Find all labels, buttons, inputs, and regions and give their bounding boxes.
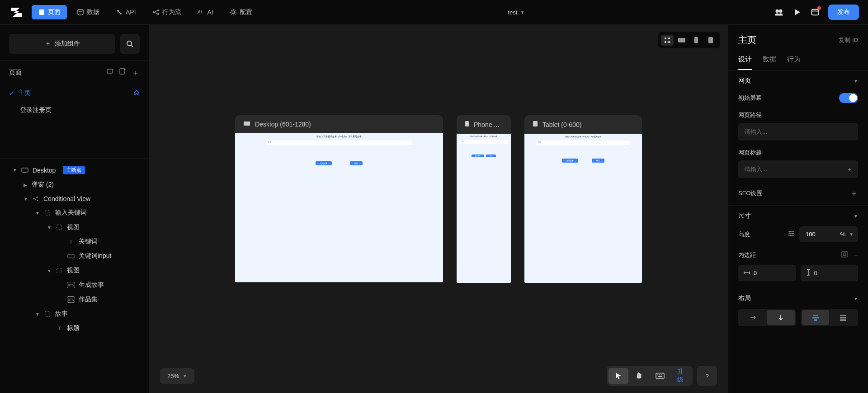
phone-view-button[interactable]: [690, 35, 703, 46]
svg-rect-19: [45, 211, 50, 215]
collaborators-icon[interactable]: [774, 7, 784, 17]
upgrade-label: 升级: [677, 368, 684, 384]
pages-section-header: 页面 ＋: [0, 61, 149, 84]
caret-icon: ▼: [35, 312, 40, 317]
nav-api[interactable]: API: [109, 5, 142, 19]
layout-align-stretch[interactable]: [829, 310, 857, 325]
hand-tool[interactable]: [629, 368, 649, 384]
frame-tablet[interactable]: Tablet (0-600) 请输入节奏背后故事（AI会为）节目重写故事 必须 …: [524, 115, 642, 283]
layout-section-header[interactable]: 布局 ▼: [738, 295, 858, 303]
svg-rect-33: [533, 121, 538, 126]
api-icon: [116, 9, 123, 16]
nav-label: API: [126, 9, 136, 16]
tab-data[interactable]: 数据: [763, 55, 776, 70]
size-section-header[interactable]: 尺寸 ▼: [738, 212, 858, 220]
padding-horizontal-input[interactable]: 0: [738, 265, 796, 281]
tab-design[interactable]: 设计: [738, 55, 752, 70]
frame-body[interactable]: 请输入节奏背后故事（AI会为）节目重写故事 必须 生成故事 确认: [235, 133, 443, 282]
nav-data[interactable]: 数据: [71, 5, 106, 19]
chevron-down-icon[interactable]: ▼: [849, 232, 858, 237]
plus-icon[interactable]: ＋: [132, 67, 140, 78]
project-selector[interactable]: test ▼: [262, 9, 770, 16]
tree-item-input-keyword[interactable]: ▼ 输入关键词: [4, 206, 145, 220]
help-button[interactable]: ?: [697, 366, 717, 386]
pad-value: 0: [754, 270, 757, 276]
mini-title: 请输入节奏背后故事（AI会为）节目重写故事: [565, 136, 601, 138]
seo-add-button[interactable]: ＋: [850, 188, 858, 199]
page-item-login[interactable]: 登录注册页: [4, 102, 145, 119]
tree-item-story[interactable]: ▼ 故事: [4, 307, 145, 321]
container-icon: [55, 267, 63, 274]
text-icon: T: [55, 325, 63, 332]
tree-item-works[interactable]: BTN 作品集: [4, 292, 145, 307]
desktop-view-button[interactable]: [675, 35, 688, 46]
frame-header[interactable]: Tablet (0-600): [524, 115, 642, 134]
caret-icon: ▼: [13, 168, 17, 173]
app-logo[interactable]: [9, 5, 24, 19]
layout-direction-right[interactable]: [740, 310, 767, 325]
height-input[interactable]: % ▼: [799, 226, 858, 242]
tab-behavior[interactable]: 行为: [787, 55, 801, 70]
container-icon: [55, 224, 63, 230]
path-input[interactable]: [738, 123, 858, 140]
tree-item-title[interactable]: T 标题: [4, 321, 145, 336]
frame-phone[interactable]: Phone ... 请输入节奏背后故事（AI会为）节目重写故事 必须 生成故事 …: [457, 115, 511, 283]
tree-item-keyword[interactable]: T 关键词: [4, 234, 145, 249]
copy-id-button[interactable]: 复制 ID: [839, 36, 858, 44]
web-section-header[interactable]: 网页 ▼: [738, 77, 858, 85]
nav-pages[interactable]: 页面: [32, 5, 67, 19]
zoom-selector[interactable]: 25% ▼: [160, 368, 194, 384]
folder-icon[interactable]: [106, 67, 113, 78]
nav-config[interactable]: 配置: [223, 5, 259, 19]
page-item-home[interactable]: ✓ 主页: [4, 84, 145, 102]
publish-button[interactable]: 发布: [828, 5, 859, 20]
tree-label: 关键词: [79, 238, 98, 246]
svg-rect-35: [657, 374, 658, 375]
svg-point-8: [232, 11, 235, 14]
canvas[interactable]: Desktop (601-1280) 请输入节奏背后故事（AI会为）节目重写故事…: [149, 25, 728, 393]
database-icon: [77, 9, 84, 16]
tree-item-keyword-input[interactable]: 关键词input: [4, 249, 145, 263]
upgrade-button[interactable]: 升级: [671, 368, 691, 384]
cursor-tool[interactable]: [609, 368, 628, 384]
initial-screen-toggle[interactable]: [839, 93, 858, 103]
frame-body[interactable]: 请输入节奏背后故事（AI会为）节目重写故事 必须 生成故事 确认: [457, 134, 511, 283]
svg-point-26: [665, 41, 666, 43]
grid-view-button[interactable]: [661, 35, 674, 46]
tablet-view-button[interactable]: [704, 35, 717, 46]
nav-flow[interactable]: 行为流: [146, 5, 188, 19]
frame-desktop[interactable]: Desktop (601-1280) 请输入节奏背后故事（AI会为）节目重写故事…: [235, 115, 443, 282]
notifications-icon[interactable]: [810, 7, 820, 17]
tree-item-conditional[interactable]: ▼ Conditional View: [4, 192, 145, 206]
tree-item-view2[interactable]: ▼ 视图: [4, 263, 145, 278]
tree-item-desktop[interactable]: ▼ Desktop 主断点: [4, 163, 145, 178]
frame-body[interactable]: 请输入节奏背后故事（AI会为）节目重写故事 必须 生成故事 确认: [524, 134, 642, 283]
preview-icon[interactable]: [792, 7, 802, 17]
plus-icon[interactable]: ＋: [847, 165, 853, 173]
sliders-icon[interactable]: [788, 230, 795, 239]
layout-align-center[interactable]: [802, 310, 830, 325]
layout-direction-down[interactable]: [767, 310, 795, 325]
frame-header[interactable]: Desktop (601-1280): [235, 115, 443, 133]
add-widget-button[interactable]: ＋ 添加组件: [9, 34, 115, 54]
unit-label: %: [840, 231, 849, 238]
svg-rect-14: [120, 69, 124, 74]
tree-item-view1[interactable]: ▼ 视图: [4, 220, 145, 234]
keyboard-tool[interactable]: [650, 368, 670, 384]
mini-input: 必须: [459, 140, 508, 144]
phone-icon: [465, 121, 469, 128]
new-page-icon[interactable]: [119, 67, 126, 78]
height-value[interactable]: [799, 231, 822, 238]
tree-item-gen-story[interactable]: BTN 生成故事: [4, 278, 145, 292]
padding-separate-icon[interactable]: [841, 251, 848, 259]
mini-title: 请输入节奏背后故事（AI会为）节目重写故事: [470, 136, 497, 137]
title-input[interactable]: [738, 160, 858, 178]
frame-header[interactable]: Phone ...: [457, 115, 511, 134]
padding-minus-icon[interactable]: −: [854, 251, 858, 259]
check-icon: ✓: [9, 89, 14, 97]
tree-item-popup[interactable]: ▶ 弹窗 (2): [4, 178, 145, 192]
section-label: 网页: [738, 77, 751, 85]
nav-ai[interactable]: AI AI: [191, 5, 220, 19]
padding-vertical-input[interactable]: 0: [801, 265, 859, 281]
search-button[interactable]: [120, 34, 140, 54]
